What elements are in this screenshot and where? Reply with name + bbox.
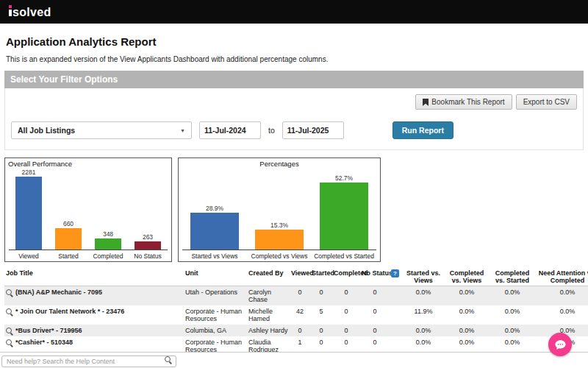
help-search-input[interactable] — [1, 355, 176, 367]
job-title-text: *Cashier* - 510348 — [15, 339, 73, 346]
filter-row: All Job Listings ▼ to Run Report — [11, 121, 577, 139]
table-header-row: Job TitleUnitCreated ByViewedStartedComp… — [4, 268, 588, 286]
bookmark-report-label: Bookmark This Report — [431, 98, 504, 106]
bar-viewed — [15, 177, 42, 250]
x-axis-label: Completed — [88, 252, 128, 260]
job-title-cell: * Join Our Talent Network * - 23476 — [4, 305, 184, 325]
job-listings-selected-value: All Job Listings — [18, 126, 75, 135]
no-status-cell: 0 — [360, 286, 390, 306]
info-icon[interactable]: ? — [391, 269, 399, 277]
overall-performance-chart: Overall Performance 2281660348263 Viewed… — [4, 158, 172, 262]
bar-started-vs-views — [190, 213, 239, 250]
top-nav-bar: solved — [0, 0, 588, 24]
started-cell: 5 — [310, 305, 332, 325]
search-icon — [165, 356, 171, 362]
job-title-cell: *Bus Driver* - 719956 — [4, 325, 184, 336]
need-attention-vs-completed-cell: 0.0% — [535, 286, 588, 306]
table-row[interactable]: *Bus Driver* - 719956Columbia, GAAshley … — [4, 325, 588, 336]
col-header-started: Started — [310, 268, 332, 286]
started-vs-views-cell: 0.0% — [403, 325, 444, 336]
bar-value-label: 660 — [63, 220, 74, 227]
col-header-completed: Completed — [332, 268, 360, 286]
started-cell: 0 — [310, 286, 332, 306]
chat-button[interactable] — [548, 333, 572, 356]
chart-x-axis: Started vs ViewsCompleted vs ViewsComple… — [182, 252, 376, 260]
isolved-logo-text: solved — [12, 7, 51, 18]
col-header-no-status: No Status — [360, 268, 390, 286]
chart-x-axis: ViewedStartedCompletedNo Status — [9, 252, 168, 260]
magnifier-icon[interactable] — [6, 308, 12, 314]
started-vs-views-cell: 0.0% — [403, 286, 444, 306]
col-header-need-attention-vs-completed: Need Attention vs. Completed — [535, 268, 588, 286]
bar-no-status — [135, 241, 161, 250]
completed-vs-views-cell: 0.0% — [444, 286, 490, 306]
created-by-cell: Michelle Hamed — [247, 305, 290, 325]
magnifier-icon[interactable] — [6, 328, 12, 333]
created-by-cell: Carolyn Chase — [247, 286, 290, 306]
bar-value-label: 28.9% — [206, 205, 223, 212]
completed-vs-started-cell: 0.0% — [490, 286, 535, 306]
bookmark-report-button[interactable]: Bookmark This Report — [415, 94, 512, 110]
bar-value-label: 263 — [143, 233, 153, 241]
export-csv-button[interactable]: Export to CSV — [516, 94, 577, 110]
x-axis-label: Completed vs Started — [312, 252, 376, 260]
percentages-chart: Percentages 28.9%15.3%52.7% Started vs V… — [178, 158, 381, 262]
date-from-input[interactable] — [199, 121, 261, 139]
completed-vs-views-cell: 0.0% — [444, 325, 490, 336]
chart-title: Percentages — [179, 160, 380, 168]
bar-completed-vs-views — [255, 230, 304, 250]
x-axis-label: Viewed — [9, 252, 49, 260]
completed-cell: 0 — [332, 305, 360, 325]
viewed-cell: 42 — [290, 305, 310, 325]
filter-panel: Bookmark This Report Export to CSV All J… — [4, 88, 584, 150]
bar-completed-vs-started — [320, 183, 368, 250]
spacer-cell — [390, 305, 403, 325]
magnifier-icon[interactable] — [6, 289, 12, 295]
col-header-unit: Unit — [184, 268, 247, 286]
started-vs-views-cell: 11.9% — [403, 305, 444, 325]
job-title-text: * Join Our Talent Network * - 23476 — [15, 308, 124, 315]
no-status-cell: 0 — [360, 305, 390, 325]
isolved-logo[interactable]: solved — [9, 5, 51, 18]
col-header-completed-vs-views: Completed vs. Views — [444, 268, 490, 286]
run-report-button[interactable]: Run Report — [392, 121, 453, 139]
col-header-completed-vs-started: Completed vs. Started — [490, 268, 535, 286]
unit-cell: Columbia, GA — [184, 325, 247, 336]
page-title: Application Analytics Report — [6, 35, 582, 48]
spacer-cell — [390, 286, 403, 306]
col-header-info: ? — [390, 268, 403, 286]
filter-options-header: Select Your Filter Options — [4, 71, 584, 88]
col-header-started-vs-views: Started vs. Views — [403, 268, 444, 286]
help-bar — [0, 352, 588, 368]
chevron-down-icon: ▼ — [180, 128, 185, 133]
unit-cell: Corporate - Human Resources — [184, 305, 247, 325]
chart-plot-area: 28.9%15.3%52.7% — [182, 170, 376, 250]
job-listings-select[interactable]: All Job Listings ▼ — [11, 121, 192, 139]
bar-value-label: 348 — [103, 230, 113, 238]
chart-plot-area: 2281660348263 — [9, 170, 168, 250]
page-subtitle: This is an expanded version of the View … — [6, 55, 582, 63]
bar-completed — [95, 238, 121, 250]
table-row[interactable]: * Join Our Talent Network * - 23476Corpo… — [4, 305, 588, 325]
export-csv-label: Export to CSV — [523, 98, 570, 106]
main-content: Application Analytics Report This is an … — [0, 24, 588, 368]
col-header-viewed: Viewed — [290, 268, 310, 286]
bar-value-label: 15.3% — [270, 222, 288, 229]
job-title-text: *Bus Driver* - 719956 — [15, 327, 82, 334]
chart-title: Overall Performance — [8, 160, 72, 168]
magnifier-icon[interactable] — [6, 339, 12, 345]
started-cell: 0 — [310, 325, 332, 336]
table-row[interactable]: (BNA) A&P Mechanic - 7095Utah - Operatio… — [4, 286, 588, 306]
completed-vs-views-cell: 0.0% — [444, 305, 490, 325]
no-status-cell: 0 — [360, 325, 390, 336]
x-axis-label: Completed vs Views — [247, 252, 312, 260]
date-range-to-label: to — [268, 126, 275, 135]
date-to-input[interactable] — [282, 121, 344, 139]
completed-cell: 0 — [332, 286, 360, 306]
viewed-cell: 0 — [290, 286, 310, 306]
x-axis-label: No Status — [128, 252, 168, 260]
chat-icon — [554, 339, 567, 351]
created-by-cell: Ashley Hardy — [247, 325, 290, 336]
viewed-cell: 0 — [290, 325, 310, 336]
report-actions-row: Bookmark This Report Export to CSV — [11, 94, 577, 110]
